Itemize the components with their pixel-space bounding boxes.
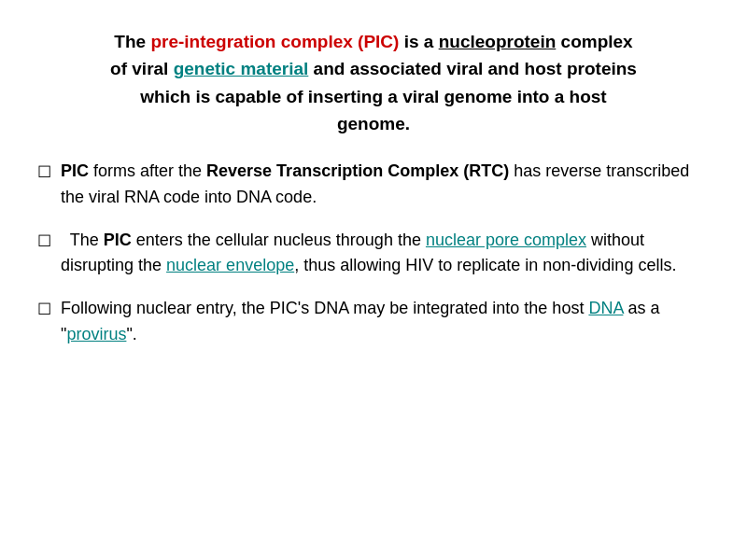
checkbox-icon-3: ☐ — [37, 298, 51, 322]
nuclear-pore-complex-link[interactable]: nuclear pore complex — [426, 231, 586, 249]
intro-text-part2: is a — [399, 32, 438, 51]
nuclear-envelope-link[interactable]: nuclear envelope — [166, 256, 294, 274]
bullet-list: ☐ PIC forms after the Reverse Transcript… — [37, 159, 710, 348]
checkbox-icon-2: ☐ — [37, 230, 51, 254]
list-item: ☐ The PIC enters the cellular nucleus th… — [37, 228, 710, 280]
rtc-label: Reverse Transcription Complex (RTC) — [206, 161, 509, 180]
intro-paragraph: The pre-integration complex (PIC) is a n… — [37, 28, 710, 138]
bullet-text-1: PIC forms after the Reverse Transcriptio… — [61, 159, 710, 211]
bullet-text-2: The PIC enters the cellular nucleus thro… — [61, 228, 710, 280]
pic-term: pre-integration complex (PIC) — [150, 32, 399, 51]
provirus-link[interactable]: provirus — [66, 325, 126, 343]
pic-label-2: PIC — [104, 231, 132, 249]
list-item: ☐ PIC forms after the Reverse Transcript… — [37, 159, 710, 211]
pic-label-1: PIC — [61, 161, 89, 180]
genetic-material-link[interactable]: genetic material — [174, 59, 309, 78]
dna-link[interactable]: DNA — [588, 299, 623, 317]
bullet-text-3: Following nuclear entry, the PIC's DNA m… — [61, 296, 710, 348]
checkbox-icon-1: ☐ — [37, 161, 51, 185]
main-content: The pre-integration complex (PIC) is a n… — [0, 0, 747, 560]
nucleoprotein-link[interactable]: nucleoprotein — [439, 32, 557, 51]
intro-text-part1: The — [114, 32, 150, 51]
list-item: ☐ Following nuclear entry, the PIC's DNA… — [37, 296, 710, 348]
